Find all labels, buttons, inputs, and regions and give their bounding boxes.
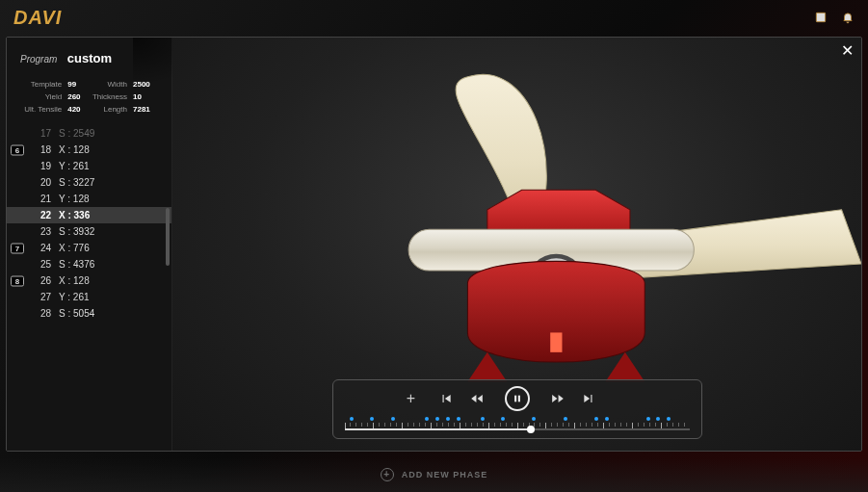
program-meta: Template 99 Width 2500 Yield 260 Thickne…	[7, 72, 171, 125]
plus-circle-icon: +	[381, 468, 394, 481]
step-index: 20	[32, 177, 51, 188]
step-value: Y : 128	[59, 194, 90, 204]
step-row[interactable]: 22X : 336	[7, 207, 171, 223]
step-value: S : 3932	[59, 226, 94, 237]
program-header: Program custom	[7, 38, 171, 72]
add-phase-label: ADD NEW PHASE	[402, 470, 488, 479]
timeline-progress	[345, 428, 531, 430]
timeline-marker[interactable]	[564, 417, 567, 421]
step-row[interactable]: 826X : 128	[7, 272, 171, 289]
svg-rect-6	[514, 396, 516, 402]
step-value: Y : 261	[59, 292, 90, 302]
skip-start-button[interactable]	[439, 392, 453, 405]
meta-value-length: 7281	[133, 105, 162, 114]
rewind-button[interactable]	[470, 392, 484, 405]
step-value: S : 5054	[59, 308, 94, 319]
step-row[interactable]: 23S : 3932	[7, 223, 171, 240]
timeline-marker[interactable]	[425, 417, 429, 421]
zoom-in-button[interactable]: +	[405, 390, 418, 407]
timeline[interactable]	[345, 415, 690, 430]
step-index: 27	[32, 292, 51, 302]
timeline-marker[interactable]	[594, 417, 598, 421]
step-row[interactable]: 27Y : 261	[7, 289, 171, 305]
step-value: S : 3227	[59, 177, 94, 188]
step-value: S : 4376	[59, 259, 94, 270]
step-row[interactable]: 724X : 776	[7, 240, 171, 256]
timeline-marker[interactable]	[457, 417, 460, 421]
step-badge: 6	[11, 144, 24, 155]
step-value: S : 2549	[59, 128, 94, 139]
step-value: Y : 261	[59, 161, 90, 171]
timeline-marker[interactable]	[532, 417, 536, 421]
step-value: X : 128	[59, 144, 90, 155]
sidebar: Program custom Template 99 Width 2500 Yi…	[7, 38, 172, 451]
step-value: X : 336	[59, 210, 90, 220]
bell-icon[interactable]	[841, 11, 855, 24]
meta-label-width: Width	[92, 80, 133, 89]
meta-label-template: Template	[24, 80, 67, 89]
simulation-modal: ✕ Program custom Template 99 Width 2500 …	[6, 37, 862, 452]
timeline-marker[interactable]	[446, 417, 450, 421]
meta-value-template: 99	[67, 80, 92, 89]
program-name: custom	[67, 51, 112, 65]
program-label: Program	[20, 54, 57, 65]
step-list[interactable]: 17S : 2549618X : 12819Y : 26120S : 32272…	[7, 125, 171, 451]
playhead[interactable]	[527, 426, 535, 433]
step-index: 18	[32, 144, 51, 155]
svg-rect-7	[517, 396, 519, 402]
timeline-marker[interactable]	[646, 417, 650, 421]
step-row[interactable]: 28S : 5054	[7, 305, 171, 322]
timeline-marker[interactable]	[350, 417, 354, 421]
viewport-3d[interactable]: +	[172, 38, 861, 451]
step-index: 21	[32, 194, 51, 204]
bottombar: + ADD NEW PHASE	[0, 457, 868, 492]
svg-rect-5	[550, 332, 562, 351]
step-index: 17	[32, 128, 51, 139]
meta-value-thickness: 10	[133, 92, 162, 101]
step-row[interactable]	[7, 322, 171, 338]
close-icon[interactable]: ✕	[841, 41, 854, 60]
step-row[interactable]: 618X : 128	[7, 142, 171, 158]
step-index: 25	[32, 259, 51, 270]
timeline-marker[interactable]	[481, 417, 485, 421]
topbar-actions	[814, 11, 855, 24]
fast-forward-button[interactable]	[551, 392, 565, 405]
window-icon[interactable]	[814, 11, 828, 24]
timeline-marker[interactable]	[605, 417, 609, 421]
timeline-marker[interactable]	[501, 417, 505, 421]
scrollbar-thumb[interactable]	[166, 208, 170, 266]
step-badge: 7	[11, 243, 24, 253]
step-index: 22	[32, 210, 51, 220]
add-phase-button[interactable]: + ADD NEW PHASE	[381, 468, 488, 481]
playback-controls: +	[345, 386, 690, 411]
step-index: 28	[32, 308, 51, 319]
timeline-markers	[345, 416, 690, 422]
step-row[interactable]: 20S : 3227	[7, 174, 171, 191]
logo: DAVI	[13, 7, 62, 29]
meta-value-width: 2500	[133, 80, 162, 89]
timeline-marker[interactable]	[370, 417, 374, 421]
step-row[interactable]: 19Y : 261	[7, 158, 171, 174]
skip-end-button[interactable]	[582, 392, 595, 405]
step-value: X : 128	[59, 275, 90, 286]
play-pause-button[interactable]	[505, 386, 530, 411]
meta-label-yield: Yield	[24, 92, 67, 101]
playback-panel: +	[332, 379, 702, 439]
timeline-marker[interactable]	[667, 417, 671, 421]
timeline-marker[interactable]	[391, 417, 395, 421]
app-root: DAVI ✕ Program custom Template 99 Width …	[0, 0, 868, 492]
step-row[interactable]: 17S : 2549	[7, 125, 171, 142]
timeline-marker[interactable]	[435, 417, 439, 421]
step-badge: 8	[11, 275, 24, 286]
meta-label-ulttensile: Ult. Tensile	[24, 105, 67, 114]
step-index: 26	[32, 275, 51, 286]
step-row[interactable]: 21Y : 128	[7, 191, 171, 207]
timeline-marker[interactable]	[656, 417, 660, 421]
step-value: X : 776	[59, 243, 90, 253]
topbar: DAVI	[0, 0, 868, 35]
step-row[interactable]: 25S : 4376	[7, 256, 171, 272]
meta-value-ulttensile: 420	[67, 105, 92, 114]
step-index: 24	[32, 243, 51, 253]
meta-label-length: Length	[92, 105, 133, 114]
meta-label-thickness: Thickness	[92, 92, 133, 101]
